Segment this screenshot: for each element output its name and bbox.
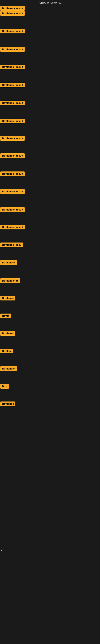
bottleneck-item-23: Bott [0,384,9,390]
bottleneck-item-24: Bottlenec [0,402,15,407]
bottleneck-item-3: Bottleneck result [0,29,25,34]
bottleneck-item-2: Bottleneck result [0,11,25,16]
bottleneck-item-20: Bottlenec [0,331,15,336]
bottleneck-badge-8[interactable]: Bottleneck result [0,119,25,123]
site-title: TheBottlenecker.com [0,1,100,4]
footer-char-label: c [1,550,2,553]
bottleneck-item-9: Bottleneck result [0,136,25,142]
bottleneck-badge-1[interactable]: Bottleneck result [0,6,25,11]
bottleneck-item-5: Bottleneck result [0,64,25,70]
bottleneck-badge-13[interactable]: Bottleneck result [0,207,25,212]
bottleneck-item-19: Bottle [0,314,11,319]
bottleneck-badge-7[interactable]: Bottleneck result [0,100,25,105]
bottleneck-badge-5[interactable]: Bottleneck result [0,64,25,69]
bottleneck-badge-20[interactable]: Bottlenec [0,331,15,336]
bottleneck-badge-21[interactable]: Bottlen [0,349,13,354]
bottleneck-badge-10[interactable]: Bottleneck result [0,153,25,158]
bottleneck-badge-14[interactable]: Bottleneck result [0,225,25,230]
bottleneck-item-16: Bottleneck [0,260,17,266]
bottleneck-badge-4[interactable]: Bottleneck result [0,47,25,52]
bottleneck-badge-2[interactable]: Bottleneck result [0,11,25,16]
bottleneck-badge-9[interactable]: Bottleneck result [0,136,25,141]
bottleneck-badge-22[interactable]: Bottleneck [0,366,17,371]
bottleneck-item-6: Bottleneck result [0,83,25,88]
bottleneck-badge-19[interactable]: Bottle [0,314,11,318]
bottleneck-item-13: Bottleneck result [0,207,25,213]
bottleneck-item-21: Bottlen [0,349,13,354]
bottleneck-item-12: Bottleneck result [0,189,25,194]
bottleneck-item-17: Bottleneck re [0,278,20,284]
bottleneck-badge-3[interactable]: Bottleneck result [0,29,25,34]
bottleneck-badge-24[interactable]: Bottlenec [0,402,15,406]
bottleneck-badge-16[interactable]: Bottleneck [0,260,17,265]
bottleneck-badge-12[interactable]: Bottleneck result [0,189,25,194]
bottleneck-badge-17[interactable]: Bottleneck re [0,278,20,283]
bottleneck-item-22: Bottleneck [0,366,17,372]
single-char-label: | [1,419,1,422]
bottleneck-badge-6[interactable]: Bottleneck result [0,83,25,87]
bottleneck-item-1: Bottleneck result [0,6,25,12]
bottleneck-badge-23[interactable]: Bott [0,384,9,388]
bottleneck-item-10: Bottleneck result [0,153,25,159]
bottleneck-badge-18[interactable]: Bottlenec [0,296,15,300]
bottleneck-badge-15[interactable]: Bottleneck resu [0,242,23,247]
bottleneck-badge-11[interactable]: Bottleneck result [0,172,25,176]
bottleneck-item-8: Bottleneck result [0,119,25,124]
bottleneck-item-4: Bottleneck result [0,47,25,52]
bottleneck-item-14: Bottleneck result [0,225,25,230]
bottleneck-item-18: Bottlenec [0,296,15,301]
bottleneck-item-15: Bottleneck resu [0,242,23,248]
bottleneck-item-11: Bottleneck result [0,172,25,177]
bottleneck-item-7: Bottleneck result [0,100,25,106]
